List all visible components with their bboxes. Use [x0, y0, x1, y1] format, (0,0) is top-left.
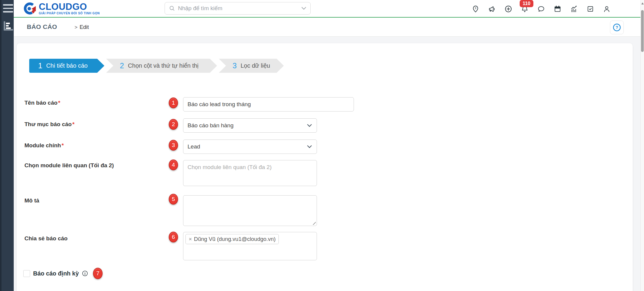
periodic-report-label: Báo cáo định kỳ [33, 270, 79, 277]
field-label-report-name: Tên báo cáo* [24, 99, 153, 106]
field-label-share-report: Chia sẻ báo cáo [24, 235, 153, 242]
step-label: Chọn cột và thứ tự hiển thị [128, 62, 199, 69]
wizard-steps: 1 Chi tiết báo cáo 2 Chọn cột và thứ tự … [29, 59, 284, 73]
info-icon[interactable] [82, 270, 88, 277]
add-icon[interactable] [504, 5, 512, 13]
wizard-step-columns[interactable]: 2 Chọn cột và thứ tự hiển thị [106, 59, 217, 73]
breadcrumb-section[interactable]: BÁO CÁO [27, 23, 57, 30]
periodic-report-row: Báo cáo định kỳ 7 [23, 267, 103, 279]
step-number: 3 [233, 61, 237, 70]
help-icon: ? [613, 23, 621, 32]
description-textarea[interactable] [183, 195, 317, 226]
related-modules-multiselect[interactable]: Chọn module liên quan (Tối đa 2) [183, 160, 317, 186]
help-button[interactable]: ? [610, 21, 624, 34]
search-scope-chevron-icon[interactable] [301, 7, 306, 10]
annotation-badge-5: 5 [169, 194, 178, 205]
required-marker: * [61, 142, 64, 148]
sidebar-edge [0, 0, 1, 291]
left-sidebar [0, 0, 14, 291]
annotation-badge-1: 1 [169, 97, 178, 108]
breadcrumb-separator: > [75, 24, 78, 30]
annotation-badge-3: 3 [169, 140, 178, 151]
svg-text:?: ? [475, 6, 476, 10]
periodic-report-checkbox[interactable] [23, 270, 30, 277]
required-marker: * [58, 100, 60, 106]
report-folder-select[interactable]: Báo cáo bán hàng [183, 118, 317, 133]
step-number: 2 [120, 61, 124, 70]
report-edit-card: 1 Chi tiết báo cáo 2 Chọn cột và thứ tự … [17, 43, 633, 291]
annotation-badge-6: 6 [169, 232, 178, 242]
chevron-down-icon [307, 124, 312, 127]
top-header: CLOUDGO GIẢI PHÁP CHUYỂN ĐỔI SỐ TINH GỌN… [14, 0, 644, 18]
chat-icon[interactable] [537, 5, 545, 13]
share-user-tag: × Dũng Vũ (dung.vu1@cloudgo.vn) [185, 234, 279, 244]
step-label: Chi tiết báo cáo [46, 62, 88, 69]
search-icon [169, 5, 175, 11]
notification-badge: 110 [520, 0, 533, 7]
wizard-step-filter[interactable]: 3 Lọc dữ liệu [219, 59, 284, 73]
field-label-description: Mô tả [24, 197, 153, 204]
annotation-badge-2: 2 [169, 119, 178, 130]
announcement-icon[interactable] [488, 5, 496, 13]
remove-tag-icon[interactable]: × [189, 236, 192, 242]
breadcrumb: > Edit [75, 24, 89, 30]
scroll-up-arrow-icon[interactable] [641, 2, 644, 4]
field-label-main-module: Module chính* [24, 142, 153, 149]
wizard-step-details[interactable]: 1 Chi tiết báo cáo [29, 59, 104, 73]
global-search [165, 2, 311, 15]
field-label-related-modules: Chọn module liên quan (Tối đa 2) [24, 162, 153, 169]
logo-tagline: GIẢI PHÁP CHUYỂN ĐỔI SỐ TINH GỌN [39, 12, 100, 15]
breadcrumb-page: Edit [80, 24, 89, 30]
calendar-icon[interactable] [554, 5, 561, 13]
required-marker: * [72, 121, 74, 127]
svg-text:?: ? [616, 25, 618, 30]
profile-icon[interactable] [603, 5, 611, 13]
breadcrumb-bar: BÁO CÁO > Edit ? [14, 18, 640, 37]
step-label: Lọc dữ liệu [241, 62, 270, 69]
global-search-input[interactable] [178, 5, 301, 12]
main-content: 1 Chi tiết báo cáo 2 Chọn cột và thứ tự … [14, 37, 640, 291]
field-label-report-folder: Thư mục báo cáo* [24, 121, 153, 128]
resize-handle[interactable] [312, 221, 316, 225]
annotation-badge-4: 4 [169, 160, 178, 170]
annotation-badge-7: 7 [93, 268, 103, 279]
step-number: 1 [38, 61, 42, 70]
tasks-icon[interactable] [586, 5, 594, 13]
reports-nav-icon[interactable] [2, 20, 14, 33]
report-name-input[interactable] [183, 97, 354, 112]
related-modules-placeholder: Chọn module liên quan (Tối đa 2) [183, 160, 317, 174]
logo-title: CLOUDGO [39, 2, 100, 11]
header-icon-row: ? 110 [472, 0, 611, 18]
location-help-icon[interactable]: ? [472, 5, 479, 13]
page-scrollbar[interactable] [640, 0, 644, 291]
main-module-select[interactable]: Lead [183, 140, 317, 154]
analytics-icon[interactable] [570, 5, 578, 13]
cloudgo-logo[interactable]: CLOUDGO GIẢI PHÁP CHUYỂN ĐỔI SỐ TINH GỌN [23, 1, 100, 16]
cloudgo-logo-icon [23, 1, 36, 16]
share-report-multiselect[interactable]: × Dũng Vũ (dung.vu1@cloudgo.vn) [183, 232, 317, 260]
notifications-icon[interactable]: 110 [521, 5, 529, 13]
chevron-down-icon [307, 145, 312, 148]
menu-toggle-button[interactable] [3, 4, 13, 13]
scrollbar-thumb[interactable] [641, 10, 644, 52]
share-user-tag-label: Dũng Vũ (dung.vu1@cloudgo.vn) [194, 236, 276, 242]
